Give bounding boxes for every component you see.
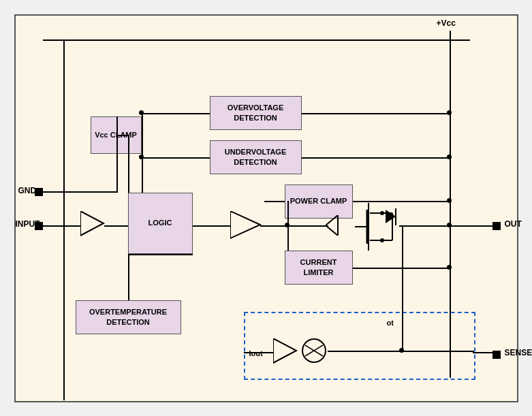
ot-label: ot [387, 319, 394, 327]
pclamp-vcc-dot [447, 198, 452, 203]
gnd-to-rail [35, 191, 63, 193]
out-terminal [492, 222, 501, 230]
uv-right-line [302, 157, 450, 159]
overtemp-logic-v [128, 254, 129, 300]
ov-left-line [142, 113, 210, 114]
uv-left-line [142, 157, 210, 159]
svg-point-14 [380, 238, 384, 242]
svg-marker-1 [230, 211, 260, 238]
top-rail-h [43, 39, 450, 41]
vcc-to-logic-h [116, 135, 129, 136]
sense-buffer-triangle [273, 338, 300, 366]
output-driver-triangle [230, 211, 264, 241]
overtemp-logic-h [128, 254, 193, 255]
iout-label: Iout [249, 349, 263, 357]
sense-in-line [244, 352, 275, 353]
svg-marker-15 [273, 338, 296, 363]
pclamp-left-line [264, 201, 285, 202]
svg-marker-8 [386, 210, 396, 223]
input-to-edge [35, 225, 43, 227]
undervoltage-block: UNDERVOLTAGE DETECTION [210, 140, 302, 174]
signal-to-climit-v [287, 225, 289, 251]
gnd-vcc-line [116, 116, 118, 192]
sense-circle [300, 338, 328, 366]
signal-to-transistor [287, 225, 328, 227]
diagram-container: +Vcc GND INPUT OUT SENSE Vcc CLAMP LOGIC… [14, 14, 518, 402]
junction-to-pclamp-v [287, 201, 289, 226]
gnd-label: GND [18, 186, 37, 195]
left-rail [63, 39, 65, 400]
logic-block: LOGIC [128, 193, 193, 254]
climit-vcc-dot [447, 265, 452, 270]
sense-terminal-line [473, 352, 492, 353]
tri-out-line [260, 225, 287, 227]
drive-arrow [326, 215, 339, 236]
out-label: OUT [505, 219, 522, 229]
input-buffer-triangle [80, 211, 108, 238]
sense-label: SENSE [505, 348, 533, 357]
current-limiter-block: CURRENT LIMITER [285, 251, 353, 285]
transistor-symbol [341, 199, 403, 254]
svg-marker-0 [80, 211, 104, 236]
sense-terminal [492, 351, 501, 359]
overvoltage-block: OVERVOLTAGE DETECTION [210, 96, 302, 130]
sense-v-line [402, 225, 403, 351]
ov-vcc-dot [447, 110, 452, 115]
out-vcc-dot [447, 223, 452, 227]
ov-right-line [302, 113, 450, 114]
svg-marker-2 [326, 215, 338, 236]
vcc-top-connect [450, 39, 470, 41]
vcc-label: +Vcc [437, 18, 456, 28]
svg-point-13 [380, 211, 384, 215]
tri-to-logic-line [104, 225, 128, 227]
transistor-to-out [399, 225, 492, 227]
uv-vcc-dot [447, 155, 452, 159]
input-label: INPUT [16, 219, 40, 229]
logic-out-line [193, 225, 230, 227]
overtemp-block: OVERTEMPERATURE DETECTION [76, 300, 181, 334]
logic-ov-uv-rail [142, 113, 143, 193]
